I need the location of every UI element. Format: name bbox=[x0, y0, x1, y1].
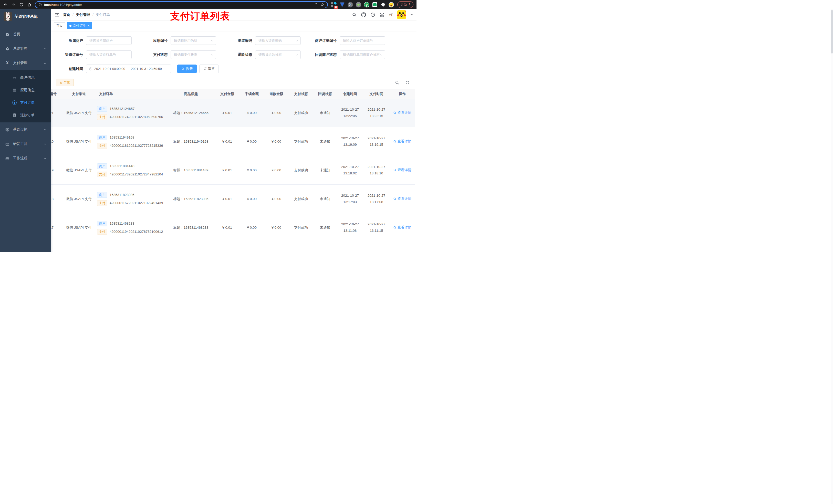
github-icon[interactable] bbox=[361, 12, 366, 17]
merchant-order-no-input[interactable] bbox=[340, 37, 385, 45]
pay-status-select[interactable]: 请选择支付状态 bbox=[171, 50, 216, 59]
create-time-range-picker[interactable]: 2021-10-01 00:00:00 - 2021-10-31 23:59:5… bbox=[86, 65, 171, 73]
app-logo[interactable]: 芋道管理系统 bbox=[0, 9, 51, 24]
time-line: 13:11:08 bbox=[337, 228, 363, 234]
browser-back-button[interactable] bbox=[3, 2, 8, 7]
refund-status-select[interactable]: 请选择退款状态 bbox=[255, 50, 301, 59]
fee-amount-cell: ¥ 0.00 bbox=[239, 168, 264, 172]
view-detail-link[interactable]: 查看详情 bbox=[393, 111, 411, 115]
table-row[interactable]: 18微信 JSAPI 支付商户1635311823086支付4200001167… bbox=[51, 185, 415, 213]
sidebar-item-pay[interactable]: ¥ 支付管理 bbox=[0, 56, 51, 70]
time-line: 13:18:10 bbox=[363, 170, 389, 177]
address-bar[interactable]: localhost:1024/pay/order bbox=[35, 1, 328, 8]
refresh-icon[interactable] bbox=[404, 79, 410, 86]
channel-order-no-input[interactable] bbox=[86, 50, 132, 59]
tab-pay-order[interactable]: 支付订单 × bbox=[67, 22, 92, 29]
paid-time-cell: 2021-10-2713:19:15 bbox=[363, 135, 389, 148]
sidebar-item-label: 系统管理 bbox=[13, 46, 44, 51]
table-row[interactable]: 19微信 JSAPI 支付商户1635311881440支付4200001173… bbox=[51, 156, 415, 185]
app-select[interactable]: 请选择应用信息 bbox=[171, 37, 216, 45]
sidebar-item-label: 基础设施 bbox=[13, 127, 44, 132]
sidebar-item-app-info[interactable]: 应用信息 bbox=[0, 84, 51, 96]
view-detail-label: 查看详情 bbox=[398, 168, 411, 172]
sidebar-item-label: 工作流程 bbox=[13, 156, 44, 161]
merchant-order-no: 1635311881440 bbox=[110, 164, 135, 168]
reset-button[interactable]: 重置 bbox=[199, 65, 219, 73]
pay-tag: 支付 bbox=[97, 114, 107, 120]
pay-order-line: 支付4200001173202110272847982104 bbox=[97, 172, 167, 177]
page-content: 所属商户 应用编号 请选择应用信息 渠道编码 请输入渠道编码 商户订单编号 bbox=[51, 31, 416, 252]
sidebar-item-dev-tools[interactable]: 研发工具 bbox=[0, 137, 51, 151]
date-line: 2021-10-27 bbox=[363, 221, 389, 228]
extension-y-icon[interactable]: y bbox=[364, 2, 370, 7]
date-line: 2021-10-27 bbox=[337, 106, 363, 113]
pay-amount-cell: ¥ 0.01 bbox=[215, 197, 239, 201]
sidebar-item-infra[interactable]: 基础设施 bbox=[0, 122, 51, 137]
chevron-down-icon bbox=[380, 53, 383, 56]
export-button[interactable]: 导出 bbox=[56, 79, 74, 86]
merchant-order-no: 1635311468233 bbox=[110, 221, 135, 225]
view-detail-link[interactable]: 查看详情 bbox=[393, 168, 411, 172]
extension-command-icon[interactable]: ⌘ bbox=[348, 2, 353, 7]
breadcrumb-pay-manage[interactable]: 支付管理 bbox=[76, 13, 90, 17]
table-row[interactable]: 17微信 JSAPI 支付商户1635311468233支付4200001194… bbox=[51, 213, 415, 242]
fullscreen-icon[interactable] bbox=[380, 12, 384, 17]
avatar[interactable] bbox=[397, 10, 406, 19]
date-line: 2021-10-27 bbox=[337, 164, 363, 170]
close-tab-icon[interactable]: × bbox=[88, 24, 90, 28]
browser-extensions: 10 ⌘ y bbox=[331, 2, 394, 7]
share-icon[interactable] bbox=[314, 3, 318, 7]
bookmark-star-icon[interactable] bbox=[320, 3, 324, 7]
sidebar-item-refund-order[interactable]: 退款订单 bbox=[0, 109, 51, 121]
notify-status-select[interactable]: 请选择订单回调商户状态 bbox=[340, 50, 385, 59]
collapse-sidebar-icon[interactable] bbox=[54, 12, 60, 18]
column-header: 编号 bbox=[51, 92, 61, 96]
show-search-icon[interactable] bbox=[394, 79, 400, 86]
fee-amount-cell: ¥ 0.00 bbox=[239, 111, 264, 115]
sidebar-item-workflow[interactable]: 工作流程 bbox=[0, 151, 51, 165]
search-button[interactable]: 搜索 bbox=[177, 65, 197, 73]
browser-menu-icon[interactable] bbox=[409, 4, 410, 5]
table-row[interactable]: 16商户1635311251726 bbox=[51, 242, 415, 252]
tab-home[interactable]: 首页 bbox=[54, 22, 65, 29]
extension-emoji-icon[interactable] bbox=[388, 2, 394, 7]
extension-badge-icon[interactable]: 10 bbox=[331, 2, 337, 7]
sidebar-item-home[interactable]: 首页 bbox=[0, 27, 51, 42]
view-detail-link[interactable]: 查看详情 bbox=[393, 196, 411, 201]
sidebar-item-system[interactable]: 系统管理 bbox=[0, 42, 51, 56]
product-title-cell: 标题：1635311468233 bbox=[167, 225, 215, 230]
pay-tag: 支付 bbox=[97, 172, 107, 177]
avatar-caret-icon[interactable] bbox=[410, 14, 413, 17]
filter-label: 回调商户状态 bbox=[309, 52, 340, 57]
filter-merchant: 所属商户 bbox=[56, 37, 140, 45]
pay-order-cell: 商户1635312124657支付42000011742021102780605… bbox=[97, 103, 167, 122]
site-info-icon[interactable] bbox=[39, 3, 42, 6]
view-detail-link[interactable]: 查看详情 bbox=[393, 225, 411, 230]
chevron-down-icon bbox=[295, 53, 299, 56]
sidebar-item-merchant-info[interactable]: 商户信息 bbox=[0, 71, 51, 84]
browser-reload-button[interactable] bbox=[19, 2, 24, 7]
browser-forward-button[interactable] bbox=[11, 2, 16, 7]
table-row[interactable]: 20微信 JSAPI 支付商户1635311949168支付4200001181… bbox=[51, 127, 415, 156]
table-row[interactable]: 21微信 JSAPI 支付商户1635312124657支付4200001174… bbox=[51, 99, 415, 127]
help-icon[interactable] bbox=[371, 12, 375, 17]
extensions-puzzle-icon[interactable] bbox=[380, 2, 386, 7]
pay-order-cell: 商户1635311468233支付42000011942021102767521… bbox=[97, 218, 167, 237]
browser-update-button[interactable]: 更新 bbox=[397, 1, 413, 8]
breadcrumb-home[interactable]: 首页 bbox=[63, 13, 70, 17]
extension-kite-icon[interactable] bbox=[339, 2, 345, 7]
paid-time-cell: 2021-10-2713:22:15 bbox=[363, 106, 389, 119]
extension-chat-icon[interactable] bbox=[372, 2, 378, 7]
browser-home-button[interactable] bbox=[27, 2, 31, 7]
yen-circle-icon: ¥ bbox=[12, 100, 17, 105]
filter-channel-code: 渠道编码 请输入渠道编码 bbox=[225, 37, 309, 45]
font-size-icon[interactable]: тT bbox=[389, 13, 393, 17]
extension-recorder-icon[interactable] bbox=[356, 2, 361, 7]
search-icon[interactable] bbox=[352, 12, 357, 17]
merchant-order-line: 商户1635311823086 bbox=[97, 192, 167, 198]
sidebar-item-pay-order[interactable]: ¥ 支付订单 bbox=[0, 96, 51, 109]
view-detail-link[interactable]: 查看详情 bbox=[393, 139, 411, 144]
pay-status-cell: 支付成功 bbox=[289, 168, 313, 173]
channel-code-select[interactable]: 请输入渠道编码 bbox=[255, 37, 301, 45]
merchant-input[interactable] bbox=[86, 37, 132, 45]
